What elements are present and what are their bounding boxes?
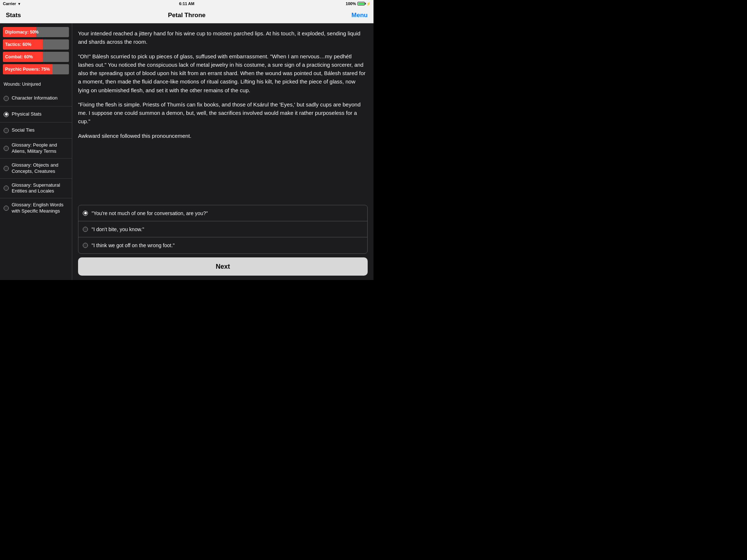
menu-item-physical-stats[interactable]: Physical Stats [0, 106, 72, 122]
choice-text: "I think we got off on the wrong foot." [92, 242, 175, 248]
stat-bar-label: Psychic Powers: 75% [3, 64, 69, 74]
menu-item-social-ties[interactable]: Social Ties [0, 122, 72, 139]
status-right: 100% ⚡ [346, 1, 371, 6]
menu-item-glossary-people[interactable]: Glossary: People and Aliens, Military Te… [0, 139, 72, 159]
radio-icon [4, 112, 9, 117]
story-text: Your intended reached a jittery hand for… [72, 23, 374, 205]
status-bar: Carrier ▾ 6:11 AM 100% ⚡ [0, 0, 374, 7]
radio-icon [4, 96, 9, 101]
status-time: 6:11 AM [179, 1, 194, 6]
wifi-icon: ▾ [18, 2, 20, 6]
menu-item-glossary-supernatural[interactable]: Glossary: Supernatural Entities and Loca… [0, 179, 72, 199]
radio-icon [4, 186, 9, 191]
carrier-label: Carrier [3, 1, 16, 6]
nav-center-title: Petal Throne [168, 12, 206, 19]
choices-section: "You're not much of one for conversation… [78, 205, 368, 254]
menu-button[interactable]: Menu [352, 12, 368, 19]
stat-bar-label: Diplomacy: 50% [3, 27, 69, 37]
story-paragraph: Your intended reached a jittery hand for… [78, 29, 368, 46]
stat-bar-label: Tactics: 60% [3, 39, 69, 50]
choice-item-choice-2[interactable]: "I don't bite, you know." [78, 221, 367, 237]
menu-item-label: Character Information [12, 95, 58, 101]
main-container: Diplomacy: 50% Tactics: 60% Combat: 60% … [0, 23, 374, 280]
radio-icon [4, 146, 9, 151]
bolt-icon: ⚡ [366, 2, 371, 6]
menu-item-label: Glossary: English Words with Specific Me… [12, 202, 68, 214]
menu-item-label: Glossary: Supernatural Entities and Loca… [12, 182, 68, 195]
nav-bar: Stats Petal Throne Menu [0, 7, 374, 23]
story-paragraph: "Oh!" Bálesh scurried to pick up pieces … [78, 52, 368, 94]
choice-text: "I don't bite, you know." [92, 226, 144, 232]
choice-radio [83, 211, 88, 216]
right-panel: Your intended reached a jittery hand for… [72, 23, 374, 280]
status-left: Carrier ▾ [3, 1, 20, 6]
stat-bar-row: Psychic Powers: 75% [3, 64, 69, 74]
choice-item-choice-3[interactable]: "I think we got off on the wrong foot." [78, 237, 367, 253]
stats-section: Diplomacy: 50% Tactics: 60% Combat: 60% … [0, 23, 72, 79]
wounds-text: Wounds: Uninjured [0, 79, 72, 90]
next-button[interactable]: Next [78, 257, 368, 276]
radio-icon [4, 128, 9, 133]
stat-bar-row: Combat: 60% [3, 52, 69, 62]
choice-radio [83, 227, 88, 232]
choice-radio [83, 243, 88, 248]
menu-item-label: Social Ties [12, 127, 35, 133]
radio-icon [4, 206, 9, 211]
menu-item-character-information[interactable]: Character Information [0, 90, 72, 106]
menu-item-label: Glossary: People and Aliens, Military Te… [12, 142, 68, 155]
battery-icon [357, 2, 365, 5]
menu-list: Character Information Physical Stats Soc… [0, 90, 72, 280]
menu-item-glossary-objects[interactable]: Glossary: Objects and Concepts, Creature… [0, 159, 72, 179]
menu-item-label: Glossary: Objects and Concepts, Creature… [12, 162, 68, 175]
nav-left-title: Stats [6, 12, 79, 19]
radio-icon [4, 166, 9, 171]
story-paragraph: Awkward silence followed this pronouncem… [78, 132, 368, 140]
stat-bar-row: Tactics: 60% [3, 39, 69, 50]
choice-text: "You're not much of one for conversation… [92, 210, 208, 216]
menu-item-glossary-english[interactable]: Glossary: English Words with Specific Me… [0, 198, 72, 218]
stat-bar-label: Combat: 60% [3, 52, 69, 62]
battery-percent: 100% [346, 1, 356, 6]
menu-item-label: Physical Stats [12, 111, 42, 117]
left-panel: Diplomacy: 50% Tactics: 60% Combat: 60% … [0, 23, 72, 280]
story-paragraph: "Fixing the flesh is simple. Priests of … [78, 100, 368, 126]
choice-item-choice-1[interactable]: "You're not much of one for conversation… [78, 205, 367, 221]
stat-bar-row: Diplomacy: 50% [3, 27, 69, 37]
